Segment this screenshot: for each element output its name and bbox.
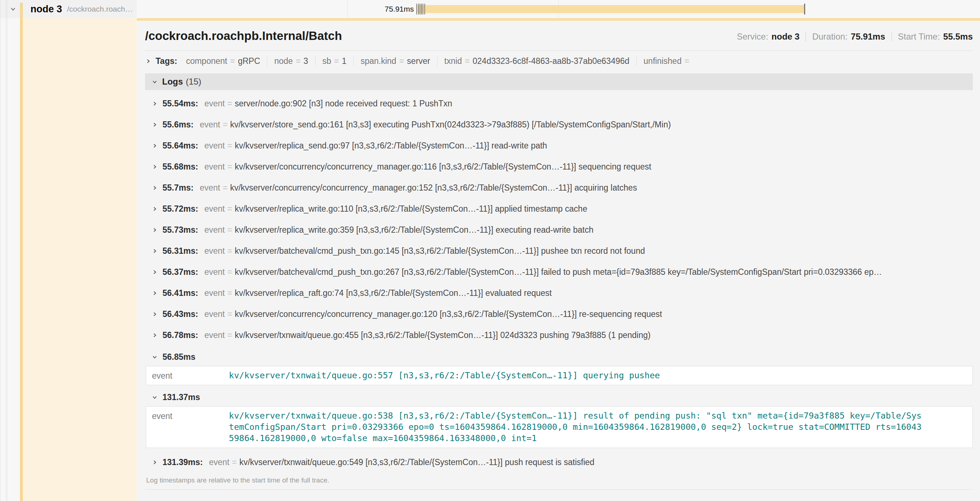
expanded-log-header[interactable]: 56.85ms <box>145 348 973 365</box>
log-entry[interactable]: 56.78ms:event=kv/kvserver/txnwait/queue.… <box>145 325 973 346</box>
chevron-down-icon[interactable] <box>10 5 17 13</box>
expanded-log-body: eventkv/kvserver/txnwait/queue.go:557 [n… <box>146 366 973 385</box>
service-name: node 3 <box>30 4 62 15</box>
tag-item: txnid=024d3323-6c8f-4863-aa8b-37ab0e6349… <box>444 56 629 66</box>
span-overview: Service:node 3Duration:75.91msStart Time… <box>737 32 973 43</box>
log-entry[interactable]: 55.64ms:event=kv/kvserver/replica_send.g… <box>145 135 973 156</box>
tag-value: 1 <box>342 56 346 66</box>
log-entry[interactable]: 55.68ms:event=kv/kvserver/concurrency/co… <box>145 156 973 177</box>
span-color-accent <box>20 3 23 501</box>
log-timestamp: 55.68ms: <box>162 162 198 172</box>
tag-separator <box>437 56 438 67</box>
log-message: kv/kvserver/txnwait/queue.go:549 [n3,s3,… <box>239 458 595 467</box>
log-field-key: event <box>204 246 224 256</box>
tag-separator <box>315 56 315 67</box>
log-field-key: event <box>204 309 224 319</box>
log-message: kv/kvserver/concurrency/concurrency_mana… <box>235 309 662 319</box>
log-equals: = <box>228 288 232 298</box>
tag-equals: = <box>399 56 404 66</box>
tag-item: component=gRPC <box>186 56 261 66</box>
log-timestamp: 55.6ms: <box>162 120 194 129</box>
log-entry[interactable]: 55.72ms:event=kv/kvserver/replica_write.… <box>145 198 973 219</box>
log-list: 55.54ms:event=server/node.go:902 [n3] no… <box>145 90 973 473</box>
tag-key: component <box>186 56 228 66</box>
chevron-down-icon <box>152 79 158 85</box>
log-message: kv/kvserver/replica_write.go:359 [n3,s3,… <box>235 225 593 235</box>
tag-item: node=3 <box>274 56 308 66</box>
log-field-value: kv/kvserver/txnwait/queue.go:557 [n3,s3,… <box>229 370 924 381</box>
span-detail-left-column <box>23 18 137 501</box>
log-equals: = <box>228 309 232 319</box>
log-entry[interactable]: 55.7ms:event=kv/kvserver/concurrency/con… <box>145 177 973 198</box>
log-message: kv/kvserver/replica_raft.go:74 [n3,s3,r6… <box>235 288 552 298</box>
chevron-right-icon <box>152 101 158 107</box>
logs-header[interactable]: Logs (15) <box>145 73 973 90</box>
chevron-right-icon <box>152 206 158 212</box>
log-tick <box>423 4 423 14</box>
log-entry[interactable]: 56.37ms:event=kv/kvserver/batcheval/cmd_… <box>145 262 973 282</box>
chevron-right-icon <box>145 58 151 64</box>
tag-separator <box>267 56 267 67</box>
bottom-divider <box>145 489 973 490</box>
log-message: kv/kvserver/batcheval/cmd_push_txn.go:14… <box>235 246 645 256</box>
log-entry[interactable]: 131.39ms:event=kv/kvserver/txnwait/queue… <box>145 452 973 473</box>
chevron-right-icon <box>152 290 158 296</box>
log-timestamp: 55.73ms: <box>162 225 198 235</box>
tag-equals: = <box>465 56 470 66</box>
log-field-key: event <box>209 458 229 467</box>
log-timestamp: 131.39ms: <box>162 458 203 467</box>
tag-item: unfinished= <box>643 56 692 66</box>
log-entry[interactable]: 55.54ms:event=server/node.go:902 [n3] no… <box>145 93 973 114</box>
log-entry[interactable]: 56.41ms:event=kv/kvserver/replica_raft.g… <box>145 282 973 303</box>
overview-label: Duration: <box>812 32 847 42</box>
gutter-divider <box>6 0 6 501</box>
log-field-key: event <box>204 204 224 214</box>
overview-value: node 3 <box>772 32 799 42</box>
log-timestamp: 56.78ms: <box>162 330 198 340</box>
tag-equals: = <box>334 56 339 66</box>
log-timestamp: 56.31ms: <box>162 246 198 256</box>
expanded-log-header[interactable]: 131.37ms <box>145 389 973 405</box>
log-field-key: event <box>204 225 224 235</box>
log-tick <box>424 4 425 14</box>
log-field-value: kv/kvserver/txnwait/queue.go:538 [n3,s3,… <box>229 410 924 444</box>
tags-row[interactable]: Tags: component=gRPCnode=3sb=1span.kind=… <box>145 54 973 68</box>
log-timestamp: 131.37ms <box>162 393 200 402</box>
overview-label: Service: <box>737 32 768 42</box>
log-timestamp: 56.85ms <box>162 352 196 362</box>
log-entry[interactable]: 56.43ms:event=kv/kvserver/concurrency/co… <box>145 303 973 325</box>
log-entry[interactable]: 56.31ms:event=kv/kvserver/batcheval/cmd_… <box>145 240 973 262</box>
operation-title: /cockroach.roachpb.Internal/Batch <box>145 29 342 43</box>
log-tick-end <box>804 4 805 14</box>
span-row[interactable]: node 3 /cockroach.roach… 75.91ms <box>0 0 980 18</box>
expanded-log-body: eventkv/kvserver/txnwait/queue.go:538 [n… <box>146 406 973 448</box>
log-entry[interactable]: 55.6ms:event=kv/kvserver/store_send.go:1… <box>145 114 973 135</box>
overview-label: Start Time: <box>898 32 940 42</box>
chevron-right-icon <box>152 227 158 233</box>
log-message: kv/kvserver/concurrency/concurrency_mana… <box>230 183 637 193</box>
log-equals: = <box>228 204 232 214</box>
left-edge-divider <box>0 0 0 501</box>
timeline-gridline <box>347 0 348 18</box>
tag-item: span.kind=server <box>361 56 430 66</box>
log-timestamp: 55.54ms: <box>162 99 198 108</box>
title-divider <box>145 51 973 51</box>
tag-separator <box>353 56 354 67</box>
log-equals: = <box>228 267 232 277</box>
chevron-right-icon <box>152 121 158 128</box>
log-entry[interactable]: 55.73ms:event=kv/kvserver/replica_write.… <box>145 219 973 240</box>
log-equals: = <box>228 246 232 256</box>
logs-footer-note: Log timestamps are relative to the start… <box>145 476 973 484</box>
log-message: kv/kvserver/replica_send.go:97 [n3,s3,r6… <box>235 141 547 151</box>
overview-item: Duration:75.91ms <box>812 32 885 42</box>
log-equals: = <box>228 225 232 235</box>
log-message: kv/kvserver/store_send.go:161 [n3,s3] ex… <box>230 120 671 129</box>
logs-count: (15) <box>186 77 201 87</box>
tag-key: txnid <box>444 56 462 66</box>
log-timestamp: 56.37ms: <box>162 267 198 277</box>
log-message: server/node.go:902 [n3] node received re… <box>235 99 452 108</box>
span-bar[interactable] <box>417 5 805 13</box>
chevron-right-icon <box>152 164 158 170</box>
log-field-key: event <box>200 120 220 129</box>
log-tick <box>416 4 417 14</box>
